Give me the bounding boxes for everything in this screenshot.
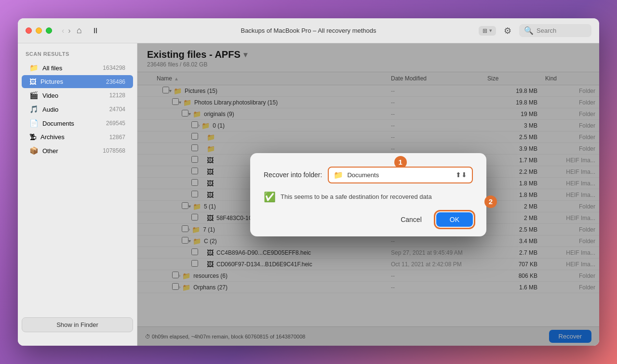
sidebar-count-video: 12128 — [109, 92, 125, 99]
sidebar-count-documents: 269545 — [106, 120, 125, 127]
checkmark-icon: ✅ — [264, 191, 276, 203]
minimize-button[interactable] — [36, 27, 42, 34]
home-button[interactable]: ⌂ — [77, 26, 82, 36]
forward-button[interactable]: › — [68, 26, 70, 35]
sidebar-item-pictures[interactable]: 🖼 Pictures 236486 — [22, 75, 133, 88]
maximize-button[interactable] — [46, 27, 52, 34]
sidebar-count-audio: 24704 — [109, 106, 125, 113]
dialog-buttons: Cancel OK — [264, 212, 473, 227]
folder-name-label: Documents — [347, 171, 452, 179]
folder-icon: 📁 — [334, 170, 343, 180]
sidebar-item-audio[interactable]: 🎵 Audio 24704 — [22, 103, 133, 116]
dialog-label: Recover into folder: — [264, 171, 322, 179]
dialog-overlay: Recover into folder: 1 📁 Documents ⬆⬇ — [137, 43, 599, 346]
sidebar-footer: Show in Finder — [18, 312, 137, 338]
nav-buttons: ‹ › — [62, 26, 71, 35]
safe-text: This seems to be a safe destination for … — [281, 193, 432, 200]
sidebar-icon-video: 🎬 — [29, 91, 39, 100]
cancel-button[interactable]: Cancel — [392, 212, 430, 227]
sidebar: Scan results 📁 All files 1634298 🖼 Pictu… — [18, 43, 137, 346]
view-toggle[interactable]: ⊞ ▾ — [479, 26, 496, 36]
dropdown-arrows-icon: ⬆⬇ — [456, 171, 467, 179]
safe-message: ✅ This seems to be a safe destination fo… — [264, 191, 432, 203]
close-button[interactable] — [26, 27, 32, 34]
sidebar-count-other: 1078568 — [103, 147, 125, 154]
sidebar-label-documents: Documents — [42, 120, 102, 127]
sidebar-icon-other: 📦 — [29, 146, 39, 155]
sidebar-item-other[interactable]: 📦 Other 1078568 — [22, 144, 133, 157]
recover-dialog: Recover into folder: 1 📁 Documents ⬆⬇ — [250, 153, 486, 236]
chevron-down-icon: ▾ — [489, 27, 492, 34]
main-panel: Existing files - APFS ▾ 236486 files / 6… — [137, 43, 599, 346]
sidebar-label-video: Video — [42, 92, 106, 99]
settings-icon[interactable]: ⚙ — [504, 26, 511, 36]
sidebar-count-all-files: 1634298 — [103, 65, 125, 71]
sidebar-label-pictures: Pictures — [40, 78, 102, 85]
sidebar-icon-archives: 🗜 — [29, 133, 37, 141]
folder-dropdown[interactable]: 📁 Documents ⬆⬇ — [328, 167, 473, 183]
dialog-folder-row: Recover into folder: 1 📁 Documents ⬆⬇ — [264, 167, 473, 183]
sidebar-item-documents[interactable]: 📄 Documents 269545 — [22, 117, 133, 130]
search-box[interactable]: 🔍 — [519, 24, 591, 37]
grid-icon: ⊞ — [483, 27, 487, 34]
sidebar-icon-audio: 🎵 — [29, 105, 39, 114]
search-icon: 🔍 — [524, 26, 534, 35]
sidebar-item-video[interactable]: 🎬 Video 12128 — [22, 89, 133, 102]
sidebar-label-other: Other — [42, 147, 99, 155]
show-in-finder-button[interactable]: Show in Finder — [22, 317, 133, 332]
sidebar-count-pictures: 236486 — [106, 78, 125, 85]
sidebar-label-audio: Audio — [42, 106, 106, 113]
pause-button[interactable]: ⏸ — [92, 26, 99, 35]
titlebar: ‹ › ⌂ ⏸ Backups of MacBook Pro – All rec… — [18, 18, 599, 43]
titlebar-right: ⊞ ▾ ⚙ 🔍 — [479, 24, 591, 37]
sidebar-item-archives[interactable]: 🗜 Archives 12867 — [22, 130, 133, 143]
sidebar-item-all-files[interactable]: 📁 All files 1634298 — [22, 61, 133, 75]
sidebar-icon-documents: 📄 — [29, 119, 39, 128]
sidebar-icon-all-files: 📁 — [29, 64, 39, 72]
search-input[interactable] — [537, 27, 587, 34]
traffic-lights — [26, 27, 52, 34]
sidebar-icon-pictures: 🖼 — [29, 78, 37, 86]
step-2-badge: 2 — [484, 195, 497, 208]
ok-button[interactable]: OK — [436, 212, 473, 227]
sidebar-count-archives: 12867 — [109, 134, 125, 141]
sidebar-label-all-files: All files — [42, 65, 99, 72]
content-area: Scan results 📁 All files 1634298 🖼 Pictu… — [18, 43, 599, 346]
back-button[interactable]: ‹ — [62, 26, 64, 35]
sidebar-items: 📁 All files 1634298 🖼 Pictures 236486 🎬 … — [18, 61, 137, 158]
sidebar-label-archives: Archives — [40, 133, 106, 141]
sidebar-section-title: Scan results — [18, 51, 137, 61]
window-title: Backups of MacBook Pro – All recovery me… — [241, 27, 376, 34]
folder-dropdown-wrapper: 1 📁 Documents ⬆⬇ — [328, 167, 473, 183]
main-window: ‹ › ⌂ ⏸ Backups of MacBook Pro – All rec… — [18, 18, 599, 346]
